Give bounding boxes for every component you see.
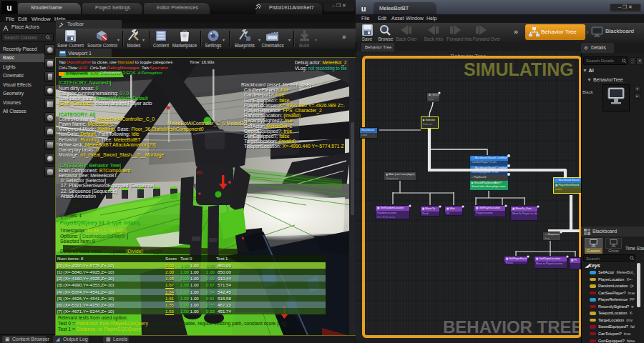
svg-text:u: u (361, 4, 366, 13)
svg-text:u: u (6, 3, 11, 13)
